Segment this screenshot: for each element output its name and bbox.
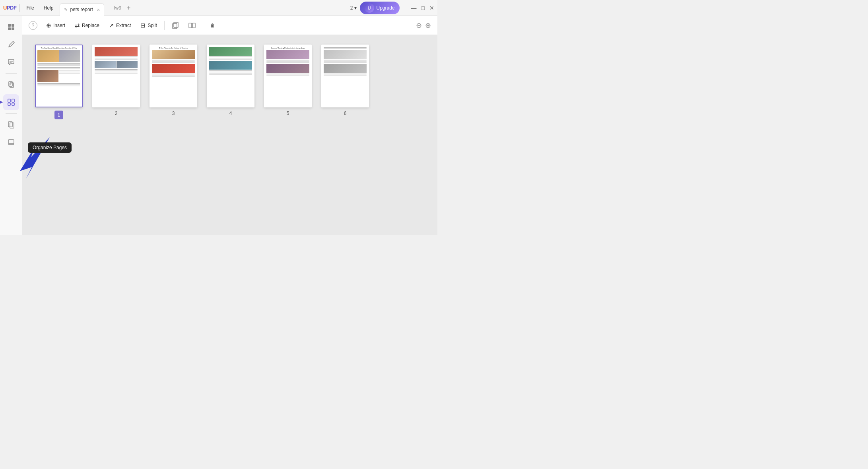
page4-line4 [209,73,252,74]
page3-line4 [152,76,195,77]
page-item-6[interactable]: 6 [321,45,369,119]
svg-rect-16 [10,123,14,128]
stack-pages-button[interactable] [168,20,183,31]
page1-line1 [37,63,80,64]
page6-img-bot [324,64,367,73]
page6-img-top [324,50,367,59]
tab-close-btn[interactable]: × [97,7,100,13]
page-item-1[interactable]: The Health and Mood-Boosting Benefits of… [35,45,83,119]
minimize-btn[interactable]: — [411,5,417,11]
page-number-5: 5 [287,111,289,116]
page-number-badge-1: 1 [54,111,63,119]
title-bar: UPDF File Help ✎ pets report × fw9 + 2 ▾… [0,0,437,16]
sidebar-item-pen[interactable] [3,37,19,53]
page3-line3 [152,75,195,76]
svg-rect-1 [12,24,14,27]
page-thumbnail-3[interactable]: A Key Phase in the History of Tourism [150,45,197,107]
page5-img-top [266,50,309,59]
split-button[interactable]: ⊟ Split [136,20,161,31]
svg-rect-14 [12,103,14,105]
page-thumbnail-6[interactable] [321,45,369,107]
menu-help[interactable]: Help [41,5,57,11]
extract-icon: ↗ [109,22,114,29]
svg-rect-20 [174,22,178,27]
page5-line3 [266,75,309,76]
toolbar-divider-1 [164,21,165,30]
svg-rect-21 [189,23,192,28]
delete-icon: 🗑 [210,23,215,28]
page2-title [95,56,138,57]
page-item-4[interactable]: 4 [207,45,254,119]
app-logo: UPDF [3,5,16,11]
page4-line3 [209,72,252,72]
svg-rect-13 [8,103,10,105]
page-number-4: 4 [229,111,232,116]
page1-text-right [58,70,80,82]
main-layout: ? ⊕ Insert ⇄ Replace ↗ Extract ⊟ Split [0,16,437,235]
document-tab[interactable]: ✎ pets report × [60,3,104,16]
tab-title: pets report [70,7,93,12]
page1-line4 [37,68,80,69]
sidebar-item-extract[interactable] [3,117,19,133]
page4-img-bot [209,61,252,70]
page6-line1 [324,48,367,49]
svg-rect-2 [8,27,11,30]
page-thumbnail-5[interactable]: Improve Working Productivity in Using Ap… [264,45,312,107]
page4-line5 [209,74,252,75]
sidebar-item-comment[interactable] [3,54,19,70]
delete-button[interactable]: 🗑 [206,21,219,30]
page-number-3: 3 [172,111,175,116]
toolbar-divider-2 [203,21,203,30]
sidebar-active-indicator [0,101,3,104]
page2-img-right [117,61,138,68]
help-button[interactable]: ? [29,21,37,30]
page2-line2 [95,59,138,60]
page1-line3 [37,65,80,66]
close-btn[interactable]: ✕ [429,5,434,11]
page-item-2[interactable]: 2 [92,45,140,119]
new-tab-btn[interactable]: + [127,4,130,12]
pages-grid: The Health and Mood-Boosting Benefits of… [22,35,437,235]
sidebar [0,16,22,235]
page-thumbnail-2[interactable] [92,45,140,107]
replace-button[interactable]: ⇄ Replace [71,20,103,31]
upgrade-button[interactable]: U Upgrade [360,2,400,14]
sidebar-divider-1 [6,73,17,74]
window-controls: — □ ✕ [411,5,434,11]
insert-icon: ⊕ [46,22,51,29]
svg-rect-17 [8,140,14,144]
sidebar-item-thumbnails[interactable] [3,19,19,35]
sidebar-item-organize[interactable] [3,94,19,110]
zoom-out-btn[interactable]: ⊖ [416,21,422,30]
svg-rect-0 [8,24,11,27]
page2-img-top [95,47,138,56]
svg-rect-10 [10,83,14,88]
organize-pages-tooltip: Organize Pages [28,142,72,153]
page-item-5[interactable]: Improve Working Productivity in Using Ap… [264,45,312,119]
svg-rect-19 [173,23,177,29]
page4-section2 [209,70,252,71]
menu-file[interactable]: File [23,5,37,11]
extract-button[interactable]: ↗ Extract [105,20,135,31]
zoom-in-btn[interactable]: ⊕ [425,21,431,30]
tab-edit-icon: ✎ [64,7,68,12]
page-number-6: 6 [344,111,347,116]
page3-img-bot [152,64,195,73]
page4-title [209,56,252,57]
page3-img-top [152,50,195,59]
page-number-display: 2 ▾ [350,5,357,11]
page1-line5 [37,84,80,85]
page-thumbnail-1[interactable]: The Health and Mood-Boosting Benefits of… [35,45,83,107]
insert-label: Insert [53,23,65,28]
page-item-3[interactable]: A Key Phase in the History of Tourism 3 [150,45,197,119]
divider-1 [19,4,20,12]
page3-section [152,60,195,60]
replace-label: Replace [82,23,99,28]
sidebar-item-pages[interactable] [3,77,19,93]
svg-rect-22 [192,23,195,28]
insert-button[interactable]: ⊕ Insert [42,20,69,31]
page-thumbnail-4[interactable] [207,45,254,107]
split-view-button[interactable] [184,20,200,31]
page3-section2 [152,74,195,74]
maximize-btn[interactable]: □ [421,5,425,11]
